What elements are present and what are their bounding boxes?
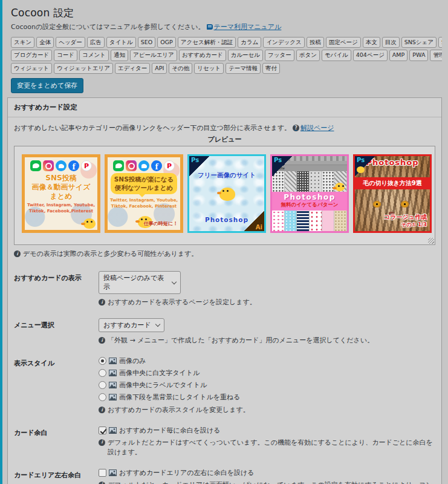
instagram-icon [43,160,54,171]
tab[interactable]: インデックス [263,37,304,48]
tab[interactable]: OGP [157,37,176,48]
pinterest-icon [164,160,175,171]
preview-box[interactable]: SNS投稿 画像＆動画サイズ まとめ Twitter, Instagram, Y… [14,146,435,245]
tab[interactable]: 通知 [111,50,128,60]
style-option-label-title[interactable]: 画像中央にラベルでタイトル [99,381,435,390]
field-card-margin: カード余白 おすすめカード毎に余白を設ける デフォルトだとカードはすべてくっつい… [14,426,435,457]
field-label: メニュー選択 [14,318,99,345]
help-page-link[interactable]: 解説ページ [293,123,334,132]
tab[interactable]: エディター [115,63,150,74]
tabs-row-1: スキン全体ヘッダー広告タイトルSEOOGPアクセス解析・認証カラムインデックス投… [11,37,442,48]
tab[interactable]: 固定ページ [326,37,361,48]
tab[interactable]: フッター [265,50,294,60]
photoshop-badge: Ps [272,156,293,177]
chevron-down-icon [172,280,177,284]
tab[interactable]: カルーセル [228,50,263,60]
question-icon [293,125,299,131]
tab[interactable]: 広告 [87,37,105,48]
style-option-bottom-black[interactable]: 画像下段を黒背景にしタイトルを重ねる [99,393,435,402]
preview-label: プレビュー [14,135,435,144]
resize-grip[interactable] [428,238,434,244]
tab[interactable]: SNSシェア [401,37,437,48]
tab[interactable]: アピールエリア [130,50,177,60]
field-note: おすすめカードを表示するページを設定します。 [99,298,435,307]
image-icon [109,358,117,364]
tab[interactable]: SEO [138,37,156,48]
tab[interactable]: おすすめカード [179,50,226,60]
card-title: SNS投稿 画像＆動画サイズ まとめ [25,174,97,201]
display-page-select[interactable]: 投稿ページのみで表示 [99,271,181,294]
book-icon [207,24,213,30]
field-display-style: 表示スタイル 画像のみ 画像中央に白文字タイトル [14,356,435,415]
admin-sidebar-edge [0,0,2,484]
style-option-white-title[interactable]: 画像中央に白文字タイトル [99,368,435,378]
tab[interactable]: タイトル [106,37,136,48]
tab[interactable]: 本文 [363,37,380,48]
tabs-row-3: ウィジェットウィジェットエリアエディターAPIその他リセットテーマ情報寄付 [11,63,442,74]
checkbox[interactable] [99,427,106,434]
tab[interactable]: ウィジェットエリア [54,63,113,74]
info-icon [99,439,105,446]
menu-select[interactable]: おすすめカード [99,318,164,332]
field-label: カード余白 [14,426,99,457]
card-footer: コラージュ作成 その① 1/3 [384,213,427,229]
sns-icons-row [25,160,97,171]
card-margin-option[interactable]: おすすめカード毎に余白を設ける [99,426,435,435]
tab[interactable]: ウィジェット [11,63,52,74]
tab[interactable]: 目次 [382,37,400,48]
panel-heading: おすすめカード設定 [8,98,441,117]
tab[interactable]: カラム [238,37,261,48]
duck-mascot-icon [357,166,365,173]
tab[interactable]: ボタン [296,50,320,60]
page-title: Cocoon 設定 [11,6,442,20]
tab[interactable]: コメント [79,50,109,60]
twitter-icon [138,160,149,171]
image-icon [109,394,117,401]
tab[interactable]: 全体 [36,37,54,48]
radio-button[interactable] [99,357,106,365]
tab[interactable]: AMP [389,50,407,60]
manual-link[interactable]: テーマ利用マニュアル [207,22,282,31]
recommend-card-free-images[interactable]: Ps フリー画像のサイト Photoshop Ai [187,154,266,233]
tab[interactable]: アクセス解析・認証 [178,37,236,48]
tab[interactable]: 寄付 [262,63,280,74]
tab[interactable]: テーマ情報 [226,63,261,74]
field-menu-select: メニュー選択 おすすめカード 「外観 → メニュー」で作成した「おすすめカード」… [14,318,435,345]
tab[interactable]: その他 [169,63,192,74]
recommend-card-patterns[interactable]: Ps Cute Photoshop 無料のイケてるパターン [270,154,349,233]
save-all-button-top[interactable]: 変更をまとめて保存 [11,78,83,93]
cocoon-settings-page: Cocoon 設定 Cocoonの設定全般についてはマニュアルを参照してください… [0,6,448,484]
field-label: 表示スタイル [14,356,99,415]
radio-button[interactable] [99,381,106,389]
speech-bubble: SNS投稿が楽になる 便利なツールまとめ [111,173,177,194]
checkbox[interactable] [99,469,106,477]
tab[interactable]: ブログカード [11,50,52,60]
style-option-image-only[interactable]: 画像のみ [99,356,435,365]
radio-button[interactable] [99,369,106,377]
section-description: おすすめしたい記事やカテゴリーの画像リンクをヘッダー下の目立つ部分に表示させます… [14,123,435,132]
duck-mascot-icon [219,188,235,201]
tab[interactable]: PWA [409,50,428,60]
tab[interactable]: 投稿 [307,37,324,48]
tab[interactable]: リセット [194,63,224,74]
card-area-margin-option[interactable]: おすすめカードエリアの左右に余白を設ける [99,468,435,477]
field-display-page: おすすめカードの表示 投稿ページのみで表示 おすすめカードを表示するページを設定… [14,271,435,307]
tab[interactable]: API [152,63,167,74]
tab[interactable]: SNSフォロー [438,37,442,48]
radio-button[interactable] [99,393,106,401]
tab[interactable]: 管理者画面 [430,50,442,60]
info-icon [99,299,105,306]
recommend-card-sns-tools[interactable]: SNS投稿が楽になる 便利なツールまとめ Twitter, Instagram,… [105,154,183,233]
tab[interactable]: 404ページ [353,50,388,60]
tab[interactable]: コード [54,50,77,60]
tab[interactable]: ヘッダー [56,37,85,48]
tab[interactable]: モバイル [322,50,351,60]
info-icon [14,250,21,257]
recommend-card-cat-collage[interactable]: Ps Photoshop 毛の切り抜き方法9選 コラージュ作成 その① 1/3 [353,154,432,233]
subtitle-text: Cocoonの設定全般についてはマニュアルを参照してください。 [11,22,205,31]
field-label: カードエリア左右余白 [14,468,99,484]
tab[interactable]: スキン [11,37,34,48]
info-icon [99,482,105,484]
card-subtitle: Twitter, Instagram, Youtube, Tiktok, Fac… [108,198,180,210]
recommend-card-sns-size[interactable]: SNS投稿 画像＆動画サイズ まとめ Twitter, Instagram, Y… [22,154,100,233]
